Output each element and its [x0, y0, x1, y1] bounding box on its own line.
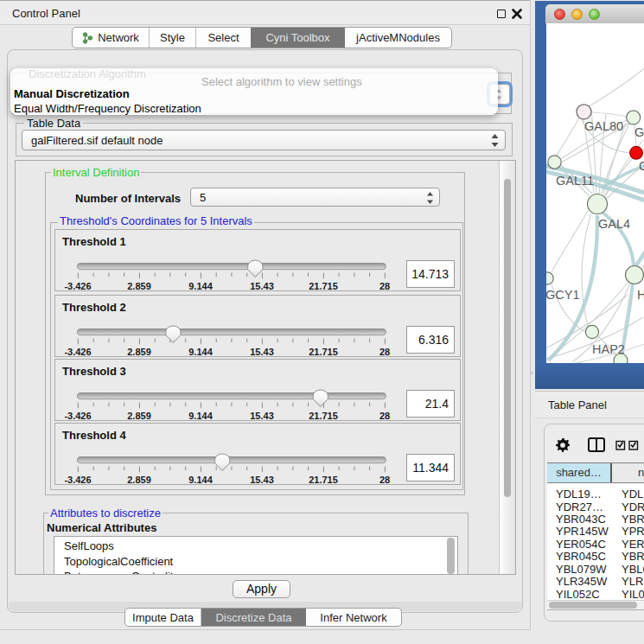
svg-text:G.: G. — [634, 125, 644, 139]
svg-text:GCY1: GCY1 — [546, 288, 580, 302]
svg-text:H: H — [637, 288, 644, 302]
svg-text:GAL4: GAL4 — [598, 217, 630, 231]
svg-text:GAL80: GAL80 — [584, 119, 623, 133]
svg-text:C: C — [639, 159, 644, 173]
svg-text:HAP2: HAP2 — [592, 342, 625, 356]
svg-text:GAL11: GAL11 — [556, 174, 594, 188]
